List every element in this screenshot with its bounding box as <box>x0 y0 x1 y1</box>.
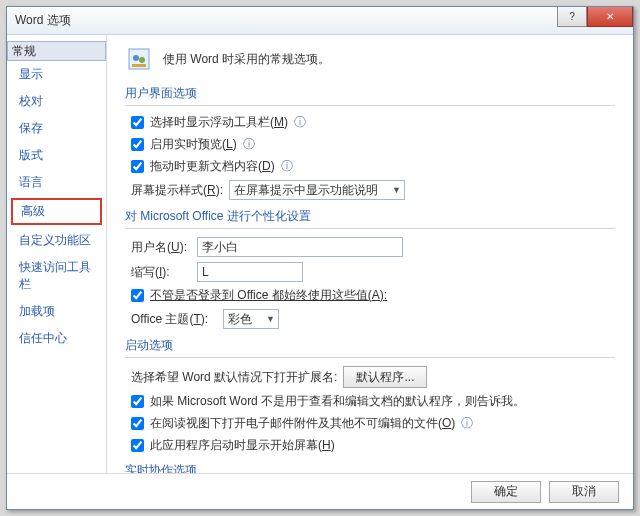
svg-point-2 <box>139 57 145 63</box>
row-always: 不管是否登录到 Office 都始终使用这些值(A): <box>125 287 615 304</box>
titlebar: Word 选项 ? ✕ <box>7 7 633 35</box>
nav-item-7[interactable]: 自定义功能区 <box>7 227 106 254</box>
window-title: Word 选项 <box>15 12 71 29</box>
header-text: 使用 Word 时采用的常规选项。 <box>163 51 330 68</box>
close-button[interactable]: ✕ <box>587 7 633 27</box>
opt-drag: 拖动时更新文档内容(D) ⓘ <box>125 158 615 175</box>
nav-item-10[interactable]: 信任中心 <box>7 325 106 352</box>
nav-item-2[interactable]: 校对 <box>7 88 106 115</box>
initials-label: 缩写(I): <box>131 264 191 281</box>
drag-checkbox[interactable] <box>131 160 144 173</box>
header-icon <box>125 45 153 73</box>
row-reading: 在阅读视图下打开电子邮件附件及其他不可编辑的文件(O) ⓘ <box>125 415 615 432</box>
row-ext: 选择希望 Word 默认情况下打开扩展名: 默认程序... <box>125 366 615 388</box>
always-label: 不管是否登录到 Office 都始终使用这些值(A): <box>150 287 387 304</box>
drag-label: 拖动时更新文档内容(D) <box>150 158 275 175</box>
window-buttons: ? ✕ <box>557 7 633 27</box>
options-dialog: Word 选项 ? ✕ 常规显示校对保存版式语言高级自定义功能区快速访问工具栏加… <box>6 6 634 510</box>
preview-checkbox[interactable] <box>131 138 144 151</box>
minibar-label: 选择时显示浮动工具栏(M) <box>150 114 288 131</box>
nav-item-9[interactable]: 加载项 <box>7 298 106 325</box>
opt-preview: 启用实时预览(L) ⓘ <box>125 136 615 153</box>
help-button[interactable]: ? <box>557 7 587 27</box>
info-icon[interactable]: ⓘ <box>294 114 306 131</box>
svg-point-1 <box>133 55 139 61</box>
notdefault-label: 如果 Microsoft Word 不是用于查看和编辑文档的默认程序，则告诉我。 <box>150 393 525 410</box>
svg-rect-3 <box>132 64 146 67</box>
nav-sidebar: 常规显示校对保存版式语言高级自定义功能区快速访问工具栏加载项信任中心 <box>7 35 107 473</box>
tipstyle-label: 屏幕提示样式(R): <box>131 182 223 199</box>
reading-label: 在阅读视图下打开电子邮件附件及其他不可编辑的文件(O) <box>150 415 455 432</box>
startscreen-checkbox[interactable] <box>131 439 144 452</box>
section-collab-title: 实时协作选项 <box>125 462 615 473</box>
nav-item-4[interactable]: 版式 <box>7 142 106 169</box>
row-username: 用户名(U): <box>125 237 615 257</box>
opt-minibar: 选择时显示浮动工具栏(M) ⓘ <box>125 114 615 131</box>
nav-item-1[interactable]: 显示 <box>7 61 106 88</box>
dialog-footer: 确定 取消 <box>7 473 633 509</box>
row-theme: Office 主题(T): 彩色▼ <box>125 309 615 329</box>
main-panel: 使用 Word 时采用的常规选项。 用户界面选项 选择时显示浮动工具栏(M) ⓘ… <box>107 35 633 473</box>
row-initials: 缩写(I): <box>125 262 615 282</box>
row-startscreen: 此应用程序启动时显示开始屏幕(H) <box>125 437 615 454</box>
username-input[interactable] <box>197 237 403 257</box>
ok-button[interactable]: 确定 <box>471 481 541 503</box>
nav-item-5[interactable]: 语言 <box>7 169 106 196</box>
nav-item-3[interactable]: 保存 <box>7 115 106 142</box>
section-pers-title: 对 Microsoft Office 进行个性化设置 <box>125 208 615 229</box>
notdefault-checkbox[interactable] <box>131 395 144 408</box>
reading-checkbox[interactable] <box>131 417 144 430</box>
section-startup: 启动选项 选择希望 Word 默认情况下打开扩展名: 默认程序... 如果 Mi… <box>125 337 615 454</box>
always-checkbox[interactable] <box>131 289 144 302</box>
minibar-checkbox[interactable] <box>131 116 144 129</box>
section-start-title: 启动选项 <box>125 337 615 358</box>
section-ui-title: 用户界面选项 <box>125 85 615 106</box>
nav-item-0[interactable]: 常规 <box>7 41 106 61</box>
tipstyle-select[interactable]: 在屏幕提示中显示功能说明▼ <box>229 180 405 200</box>
section-collab: 实时协作选项 当与其他人合作时，我想自动共享我的更改: 询问我▼ 在状态标志上显… <box>125 462 615 473</box>
initials-input[interactable] <box>197 262 303 282</box>
theme-label: Office 主题(T): <box>131 311 217 328</box>
cancel-button[interactable]: 取消 <box>549 481 619 503</box>
row-notdefault: 如果 Microsoft Word 不是用于查看和编辑文档的默认程序，则告诉我。 <box>125 393 615 410</box>
startscreen-label: 此应用程序启动时显示开始屏幕(H) <box>150 437 335 454</box>
theme-select[interactable]: 彩色▼ <box>223 309 279 329</box>
info-icon[interactable]: ⓘ <box>243 136 255 153</box>
preview-label: 启用实时预览(L) <box>150 136 237 153</box>
default-programs-button[interactable]: 默认程序... <box>343 366 427 388</box>
section-personalize: 对 Microsoft Office 进行个性化设置 用户名(U): 缩写(I)… <box>125 208 615 329</box>
nav-item-6[interactable]: 高级 <box>11 198 102 225</box>
nav-item-8[interactable]: 快速访问工具栏 <box>7 254 106 298</box>
header: 使用 Word 时采用的常规选项。 <box>125 45 615 73</box>
info-icon[interactable]: ⓘ <box>461 415 473 432</box>
dialog-body: 常规显示校对保存版式语言高级自定义功能区快速访问工具栏加载项信任中心 使用 Wo… <box>7 35 633 473</box>
info-icon[interactable]: ⓘ <box>281 158 293 175</box>
ext-label: 选择希望 Word 默认情况下打开扩展名: <box>131 369 337 386</box>
chevron-down-icon: ▼ <box>266 314 275 324</box>
opt-tipstyle: 屏幕提示样式(R): 在屏幕提示中显示功能说明▼ <box>125 180 615 200</box>
username-label: 用户名(U): <box>131 239 191 256</box>
section-ui: 用户界面选项 选择时显示浮动工具栏(M) ⓘ 启用实时预览(L) ⓘ 拖动时更新… <box>125 85 615 200</box>
chevron-down-icon: ▼ <box>392 185 401 195</box>
